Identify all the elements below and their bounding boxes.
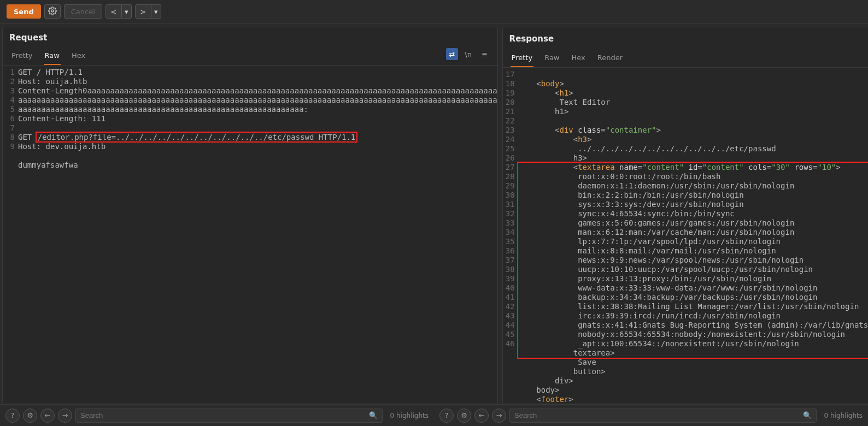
- response-search-input[interactable]: [514, 411, 803, 419]
- response-search-prev-button[interactable]: ←: [474, 409, 489, 423]
- request-help-button[interactable]: ?: [5, 409, 20, 423]
- response-title: Response: [509, 34, 868, 44]
- response-settings-button[interactable]: ⚙: [457, 409, 471, 423]
- gear-icon: ⚙: [461, 411, 467, 419]
- history-forward-group: > ▾: [135, 4, 161, 19]
- response-content: <body> <h1> Text Editor h1> <div class="…: [518, 70, 868, 404]
- split-container: Request Pretty Raw Hex ⇄ \n ≡ 1 2 3 4 5 …: [0, 23, 868, 404]
- request-title: Request: [9, 33, 491, 43]
- question-icon: ?: [11, 411, 15, 419]
- request-search-prev-button[interactable]: ←: [40, 409, 55, 423]
- history-back-button[interactable]: <: [105, 4, 122, 19]
- history-back-dropdown[interactable]: ▾: [122, 4, 132, 19]
- request-settings-button[interactable]: ⚙: [23, 409, 37, 423]
- request-content[interactable]: GET / HTTP/1.1 Host: ouija.htb Content-L…: [18, 68, 497, 404]
- arrow-left-icon: ←: [45, 411, 51, 419]
- swap-icon: ⇄: [449, 50, 455, 58]
- response-search-next-button[interactable]: →: [492, 409, 506, 423]
- arrow-right-icon: →: [496, 411, 502, 419]
- response-search-box[interactable]: 🔍: [509, 409, 817, 423]
- tab-response-pretty[interactable]: Pretty: [511, 51, 534, 67]
- response-viewer[interactable]: 17 18 19 20 21 22 23 24 25 26 27 28 29 3…: [503, 68, 868, 404]
- tab-response-raw[interactable]: Raw: [543, 51, 560, 67]
- tab-response-hex[interactable]: Hex: [571, 51, 587, 67]
- request-pane: Request Pretty Raw Hex ⇄ \n ≡ 1 2 3 4 5 …: [2, 27, 498, 404]
- response-pane: Response Pretty Raw Hex Render ⇄ \n ≡ 17…: [502, 27, 868, 404]
- caret-down-icon: ▾: [154, 8, 158, 16]
- request-tabs: Pretty Raw Hex ⇄ \n ≡: [3, 46, 497, 66]
- tab-response-render[interactable]: Render: [596, 51, 624, 67]
- tab-request-pretty[interactable]: Pretty: [10, 49, 34, 65]
- arrow-left-icon: ←: [479, 411, 485, 419]
- newline-icon: \n: [465, 50, 472, 58]
- response-help-button[interactable]: ?: [439, 409, 454, 423]
- response-highlights: 0 highlights: [820, 412, 863, 419]
- question-icon: ?: [445, 411, 449, 419]
- caret-down-icon: ▾: [125, 8, 128, 16]
- search-icon: 🔍: [803, 411, 812, 419]
- chevron-left-icon: <: [110, 8, 116, 16]
- request-gutter: 1 2 3 4 5 6 7 8 9: [3, 68, 18, 404]
- response-gutter: 17 18 19 20 21 22 23 24 25 26 27 28 29 3…: [503, 70, 518, 404]
- svg-point-0: [51, 10, 54, 12]
- gear-icon: [48, 7, 57, 17]
- hamburger-icon: ≡: [482, 50, 488, 58]
- arrow-right-icon: →: [62, 411, 68, 419]
- response-footer: ? ⚙ ← → 🔍 0 highlights: [434, 404, 868, 426]
- request-footer: ? ⚙ ← → 🔍 0 highlights: [0, 404, 434, 426]
- request-search-box[interactable]: 🔍: [75, 409, 383, 423]
- top-toolbar: Send Cancel < ▾ > ▾: [0, 0, 868, 23]
- request-newline-button[interactable]: \n: [462, 48, 474, 60]
- send-button[interactable]: Send: [7, 4, 41, 19]
- request-search-input[interactable]: [80, 411, 369, 419]
- settings-button[interactable]: [44, 4, 61, 19]
- chevron-right-icon: >: [140, 8, 146, 16]
- response-tabs: Pretty Raw Hex Render ⇄ \n ≡: [503, 48, 868, 68]
- gear-icon: ⚙: [27, 411, 33, 419]
- history-forward-dropdown[interactable]: ▾: [151, 4, 161, 19]
- history-forward-button[interactable]: >: [135, 4, 151, 19]
- bottom-bar: ? ⚙ ← → 🔍 0 highlights ? ⚙ ← → 🔍 0 highl…: [0, 404, 868, 426]
- tab-request-hex[interactable]: Hex: [71, 49, 86, 65]
- search-icon: 🔍: [369, 411, 378, 419]
- tab-request-raw[interactable]: Raw: [44, 49, 61, 65]
- request-action-1-button[interactable]: ⇄: [446, 48, 458, 60]
- request-menu-button[interactable]: ≡: [479, 48, 491, 60]
- history-back-group: < ▾: [105, 4, 132, 19]
- request-highlights: 0 highlights: [386, 412, 429, 419]
- request-editor[interactable]: 1 2 3 4 5 6 7 8 9 GET / HTTP/1.1 Host: o…: [3, 66, 497, 404]
- request-search-next-button[interactable]: →: [58, 409, 72, 423]
- cancel-button[interactable]: Cancel: [64, 4, 102, 19]
